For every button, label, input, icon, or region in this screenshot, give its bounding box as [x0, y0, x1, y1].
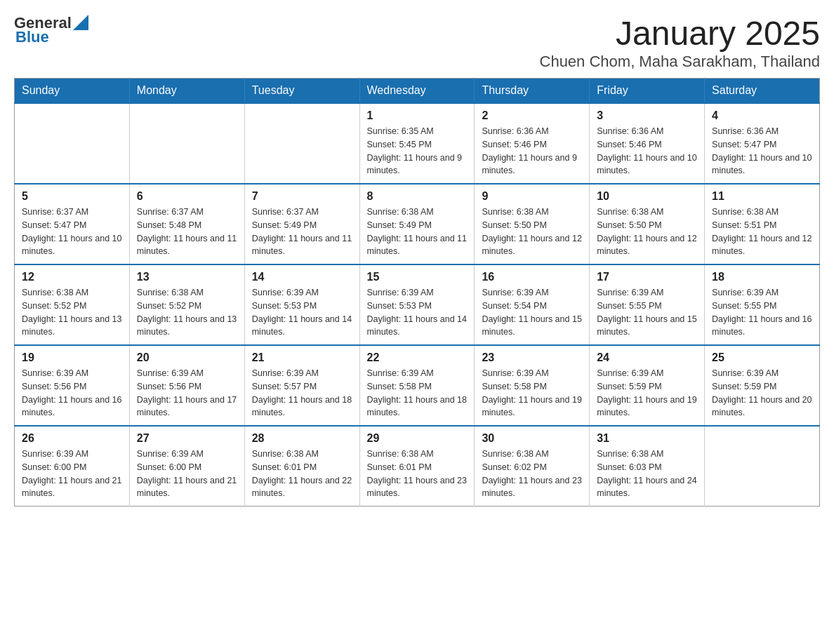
calendar-week-row: 5Sunrise: 6:37 AMSunset: 5:47 PMDaylight… — [15, 184, 820, 264]
calendar-header-row: SundayMondayTuesdayWednesdayThursdayFrid… — [15, 79, 820, 104]
calendar-header-thursday: Thursday — [475, 79, 590, 104]
calendar-cell: 21Sunrise: 6:39 AMSunset: 5:57 PMDayligh… — [244, 345, 359, 426]
calendar-header-tuesday: Tuesday — [244, 79, 359, 104]
calendar-cell: 30Sunrise: 6:38 AMSunset: 6:02 PMDayligh… — [475, 426, 590, 507]
day-number: 3 — [597, 109, 697, 122]
calendar-cell: 10Sunrise: 6:38 AMSunset: 5:50 PMDayligh… — [590, 184, 705, 264]
calendar-cell: 9Sunrise: 6:38 AMSunset: 5:50 PMDaylight… — [475, 184, 590, 264]
calendar-week-row: 12Sunrise: 6:38 AMSunset: 5:52 PMDayligh… — [15, 264, 820, 345]
day-number: 6 — [137, 190, 237, 203]
day-info: Sunrise: 6:38 AMSunset: 5:50 PMDaylight:… — [597, 206, 697, 258]
day-number: 2 — [482, 109, 582, 122]
calendar-header-friday: Friday — [590, 79, 705, 104]
day-info: Sunrise: 6:38 AMSunset: 5:52 PMDaylight:… — [22, 286, 122, 339]
day-number: 23 — [482, 351, 582, 364]
day-number: 9 — [482, 190, 582, 203]
day-number: 22 — [367, 351, 468, 364]
day-info: Sunrise: 6:36 AMSunset: 5:46 PMDaylight:… — [597, 125, 697, 177]
day-number: 29 — [367, 432, 468, 445]
calendar-cell: 23Sunrise: 6:39 AMSunset: 5:58 PMDayligh… — [475, 345, 590, 426]
calendar-cell: 22Sunrise: 6:39 AMSunset: 5:58 PMDayligh… — [359, 345, 475, 426]
day-number: 11 — [712, 190, 812, 203]
calendar-cell — [244, 103, 359, 184]
day-info: Sunrise: 6:38 AMSunset: 6:01 PMDaylight:… — [367, 448, 468, 500]
day-info: Sunrise: 6:38 AMSunset: 6:02 PMDaylight:… — [482, 448, 582, 500]
day-number: 27 — [137, 432, 237, 445]
calendar-cell: 4Sunrise: 6:36 AMSunset: 5:47 PMDaylight… — [705, 103, 820, 184]
calendar-table: SundayMondayTuesdayWednesdayThursdayFrid… — [14, 78, 820, 507]
calendar-week-row: 1Sunrise: 6:35 AMSunset: 5:45 PMDaylight… — [15, 103, 820, 184]
day-info: Sunrise: 6:38 AMSunset: 5:52 PMDaylight:… — [137, 286, 237, 339]
logo-blue-text: Blue — [15, 28, 49, 46]
calendar-cell: 7Sunrise: 6:37 AMSunset: 5:49 PMDaylight… — [244, 184, 359, 264]
day-number: 1 — [367, 109, 468, 122]
calendar-cell: 6Sunrise: 6:37 AMSunset: 5:48 PMDaylight… — [129, 184, 244, 264]
day-info: Sunrise: 6:38 AMSunset: 5:49 PMDaylight:… — [367, 206, 468, 258]
day-info: Sunrise: 6:39 AMSunset: 6:00 PMDaylight:… — [22, 448, 122, 500]
calendar-cell: 27Sunrise: 6:39 AMSunset: 6:00 PMDayligh… — [129, 426, 244, 507]
calendar-cell: 26Sunrise: 6:39 AMSunset: 6:00 PMDayligh… — [15, 426, 130, 507]
calendar-cell: 24Sunrise: 6:39 AMSunset: 5:59 PMDayligh… — [590, 345, 705, 426]
day-number: 14 — [252, 271, 352, 283]
day-number: 16 — [482, 271, 582, 283]
calendar-cell: 16Sunrise: 6:39 AMSunset: 5:54 PMDayligh… — [475, 264, 590, 345]
logo: General Blue — [14, 14, 88, 46]
day-info: Sunrise: 6:39 AMSunset: 5:56 PMDaylight:… — [137, 367, 237, 420]
day-number: 31 — [597, 432, 697, 445]
day-info: Sunrise: 6:37 AMSunset: 5:48 PMDaylight:… — [137, 206, 237, 258]
day-info: Sunrise: 6:37 AMSunset: 5:49 PMDaylight:… — [252, 206, 352, 258]
calendar-cell: 1Sunrise: 6:35 AMSunset: 5:45 PMDaylight… — [359, 103, 475, 184]
day-number: 13 — [137, 271, 237, 283]
day-info: Sunrise: 6:38 AMSunset: 6:03 PMDaylight:… — [597, 448, 697, 500]
day-number: 8 — [367, 190, 468, 203]
calendar-cell: 13Sunrise: 6:38 AMSunset: 5:52 PMDayligh… — [129, 264, 244, 345]
day-number: 21 — [252, 351, 352, 364]
day-info: Sunrise: 6:39 AMSunset: 5:53 PMDaylight:… — [367, 286, 468, 339]
calendar-cell: 19Sunrise: 6:39 AMSunset: 5:56 PMDayligh… — [15, 345, 130, 426]
calendar-header-wednesday: Wednesday — [359, 79, 475, 104]
day-info: Sunrise: 6:35 AMSunset: 5:45 PMDaylight:… — [367, 125, 468, 177]
day-info: Sunrise: 6:39 AMSunset: 6:00 PMDaylight:… — [137, 448, 237, 500]
day-info: Sunrise: 6:38 AMSunset: 5:50 PMDaylight:… — [482, 206, 582, 258]
calendar-cell — [705, 426, 820, 507]
day-info: Sunrise: 6:38 AMSunset: 6:01 PMDaylight:… — [252, 448, 352, 500]
day-info: Sunrise: 6:39 AMSunset: 5:56 PMDaylight:… — [22, 367, 122, 420]
calendar-cell: 8Sunrise: 6:38 AMSunset: 5:49 PMDaylight… — [359, 184, 475, 264]
day-info: Sunrise: 6:39 AMSunset: 5:57 PMDaylight:… — [252, 367, 352, 420]
day-number: 28 — [252, 432, 352, 445]
day-number: 10 — [597, 190, 697, 203]
calendar-header-sunday: Sunday — [15, 79, 130, 104]
calendar-cell: 11Sunrise: 6:38 AMSunset: 5:51 PMDayligh… — [705, 184, 820, 264]
day-info: Sunrise: 6:36 AMSunset: 5:46 PMDaylight:… — [482, 125, 582, 177]
day-number: 20 — [137, 351, 237, 364]
calendar-cell: 25Sunrise: 6:39 AMSunset: 5:59 PMDayligh… — [705, 345, 820, 426]
day-number: 7 — [252, 190, 352, 203]
day-info: Sunrise: 6:36 AMSunset: 5:47 PMDaylight:… — [712, 125, 812, 177]
calendar-cell: 3Sunrise: 6:36 AMSunset: 5:46 PMDaylight… — [590, 103, 705, 184]
page-header: General Blue January 2025 Chuen Chom, Ma… — [14, 14, 820, 71]
calendar-header-saturday: Saturday — [705, 79, 820, 104]
page-subtitle: Chuen Chom, Maha Sarakham, Thailand — [540, 53, 820, 71]
day-info: Sunrise: 6:39 AMSunset: 5:58 PMDaylight:… — [482, 367, 582, 420]
calendar-cell: 28Sunrise: 6:38 AMSunset: 6:01 PMDayligh… — [244, 426, 359, 507]
svg-marker-0 — [73, 15, 88, 30]
day-info: Sunrise: 6:39 AMSunset: 5:58 PMDaylight:… — [367, 367, 468, 420]
day-info: Sunrise: 6:37 AMSunset: 5:47 PMDaylight:… — [22, 206, 122, 258]
day-number: 17 — [597, 271, 697, 283]
page-title: January 2025 — [540, 14, 820, 53]
day-number: 15 — [367, 271, 468, 283]
calendar-cell: 2Sunrise: 6:36 AMSunset: 5:46 PMDaylight… — [475, 103, 590, 184]
title-section: January 2025 Chuen Chom, Maha Sarakham, … — [540, 14, 820, 71]
calendar-header-monday: Monday — [129, 79, 244, 104]
day-number: 19 — [22, 351, 122, 364]
calendar-cell — [129, 103, 244, 184]
calendar-cell: 20Sunrise: 6:39 AMSunset: 5:56 PMDayligh… — [129, 345, 244, 426]
day-info: Sunrise: 6:39 AMSunset: 5:53 PMDaylight:… — [252, 286, 352, 339]
day-info: Sunrise: 6:39 AMSunset: 5:55 PMDaylight:… — [597, 286, 697, 339]
logo-triangle-icon — [73, 15, 88, 30]
day-number: 30 — [482, 432, 582, 445]
calendar-cell: 14Sunrise: 6:39 AMSunset: 5:53 PMDayligh… — [244, 264, 359, 345]
day-number: 25 — [712, 351, 812, 364]
day-info: Sunrise: 6:39 AMSunset: 5:54 PMDaylight:… — [482, 286, 582, 339]
day-info: Sunrise: 6:39 AMSunset: 5:59 PMDaylight:… — [597, 367, 697, 420]
